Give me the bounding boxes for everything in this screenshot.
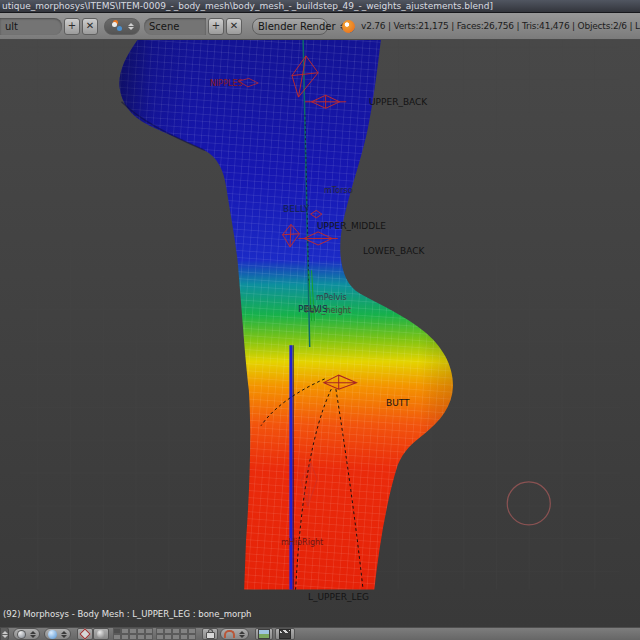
render-engine-dropdown[interactable]: Blender Render [252, 18, 328, 35]
window-titlebar[interactable]: utique_morphosys\ITEMS\ITEM-0009_-_body_… [0, 0, 640, 13]
sphere-icon [48, 630, 57, 639]
dropdown-arrows-icon [239, 631, 245, 638]
window-title: utique_morphosys\ITEMS\ITEM-0009_-_body_… [2, 1, 493, 11]
layer-button[interactable] [188, 634, 196, 640]
layer-button[interactable] [156, 634, 164, 640]
globe-icon [17, 630, 26, 639]
layer-button[interactable] [121, 634, 129, 640]
screen-layout-field[interactable]: ult [0, 18, 62, 35]
blender-logo-icon [342, 20, 355, 33]
close-icon: ✕ [230, 20, 238, 31]
scene-browse-dropdown[interactable] [104, 18, 140, 35]
plus-icon: + [212, 20, 220, 31]
render-engine-value: Blender Render [258, 21, 336, 32]
layer-button[interactable] [180, 634, 188, 640]
layer-button[interactable] [113, 634, 121, 640]
scene-name-field[interactable]: Scene [144, 18, 206, 35]
layer-group-2 [156, 628, 196, 640]
snap-dropdown[interactable] [220, 628, 249, 640]
add-scene-button[interactable]: + [208, 18, 224, 35]
clapperboard-icon [279, 629, 291, 639]
screen-layout-value: ult [5, 21, 18, 32]
dropdown-arrows-icon [128, 23, 134, 30]
rotate-manipulator-icon [97, 630, 105, 638]
plus-icon: + [68, 20, 76, 31]
weight-paint-mesh [0, 40, 640, 627]
blender-window: { "window_title": "utique_morphosys\\ITE… [0, 0, 640, 640]
datablock-icon [112, 22, 117, 27]
opengl-render-anim-button[interactable] [275, 628, 295, 640]
layer-button[interactable] [137, 634, 145, 640]
dropdown-arrows-icon [30, 631, 36, 638]
magnet-icon [224, 630, 235, 638]
layer-button[interactable] [164, 634, 172, 640]
info-header: ult + ✕ Scene + ✕ Blender Render v2.76 |… [0, 13, 640, 40]
arrow-up-icon [2, 631, 8, 634]
scene-statistics: v2.76 | Verts:21,175 | Faces:26,756 | Tr… [361, 21, 640, 31]
arrow-down-icon [2, 635, 8, 638]
render-image-icon [258, 629, 270, 639]
close-layout-button[interactable]: ✕ [82, 18, 98, 35]
viewport-shading-dropdown[interactable] [13, 628, 40, 640]
pivot-point-dropdown[interactable] [44, 628, 71, 640]
layer-button[interactable] [172, 634, 180, 640]
lock-to-layers-button[interactable] [202, 628, 218, 640]
scene-name-value: Scene [149, 21, 180, 32]
3d-viewport[interactable] [0, 40, 640, 627]
view3d-header [0, 627, 640, 640]
close-scene-button[interactable]: ✕ [226, 18, 242, 35]
layer-group-1 [113, 628, 153, 640]
layer-button[interactable] [145, 634, 153, 640]
dropdown-arrows-icon [61, 631, 67, 638]
opengl-render-button[interactable] [255, 628, 273, 640]
manipulator-mode-button[interactable] [93, 628, 109, 640]
close-icon: ✕ [86, 20, 94, 31]
lock-icon [206, 632, 215, 639]
manipulator-icon [79, 628, 90, 639]
layer-button[interactable] [129, 634, 137, 640]
layers-widget [113, 628, 196, 640]
mode-dropdown-fragment[interactable] [0, 627, 9, 640]
add-layout-button[interactable]: + [64, 18, 80, 35]
manipulator-toggle-button[interactable] [77, 628, 93, 640]
